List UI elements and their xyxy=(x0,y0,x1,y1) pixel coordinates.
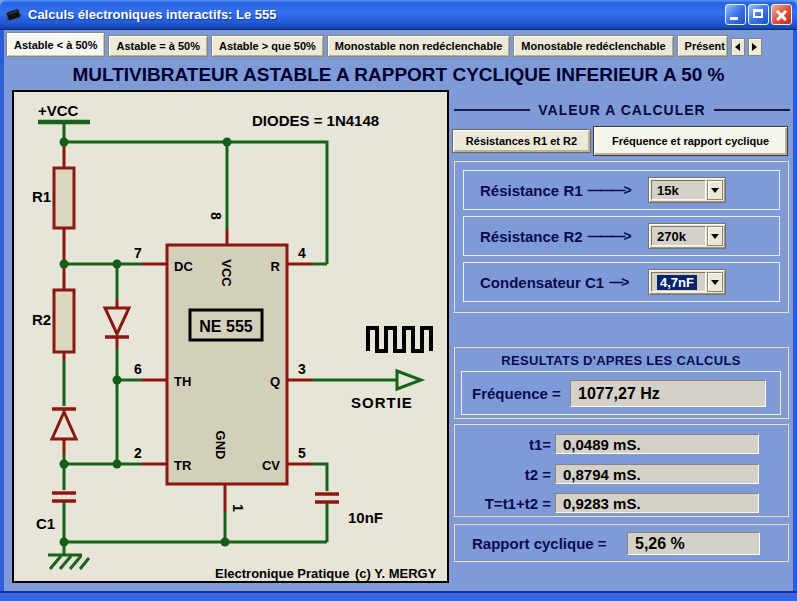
credit-publisher: Electronique Pratique xyxy=(215,566,349,581)
minimize-button[interactable] xyxy=(725,4,746,25)
tab-scroll-left-icon[interactable] xyxy=(731,38,745,56)
results-header: RESULTATS D'APRES LES CALCULS xyxy=(455,353,787,368)
diodes-note: DIODES = 1N4148 xyxy=(252,112,379,129)
window-frame-right xyxy=(793,30,797,591)
tab-astable-lt-50[interactable]: Astable < à 50% xyxy=(6,32,105,57)
pin-name-dc: DC xyxy=(174,259,193,274)
r2-combo-field[interactable]: 270k xyxy=(651,226,706,246)
tab-monostable-non-redeclenchable[interactable]: Monostable non redéclenchable xyxy=(327,35,510,57)
resistor-r1 xyxy=(54,168,74,228)
tab-bar: Astable < à 50% Astable = à 50% Astable … xyxy=(4,31,793,58)
pin-name-tr: TR xyxy=(174,458,192,473)
frequency-value-field: 1077,27 Hz xyxy=(570,380,766,407)
duty-cycle-value-field: 5,26 % xyxy=(627,532,760,555)
frequency-label: Fréquence = xyxy=(472,385,561,402)
pin-3: 3 xyxy=(298,361,306,377)
input-row-r2: Résistance R2 ———> 270k xyxy=(463,216,780,256)
t1-label: t1= xyxy=(455,436,551,453)
capacitor-c1 xyxy=(52,493,76,501)
t2-label: t2 = xyxy=(455,466,551,483)
t1-value-field: 0,0489 mS. xyxy=(555,434,759,454)
r1-combo-field[interactable]: 15k xyxy=(651,180,706,200)
pin-name-th: TH xyxy=(174,374,191,389)
r2-label: R2 xyxy=(32,311,51,328)
window-frame-bottom xyxy=(0,591,797,601)
window-frame-left xyxy=(0,30,4,591)
divider xyxy=(714,109,790,111)
c1-combo-dropdown-icon[interactable] xyxy=(707,272,723,292)
page-title: MULTIVIBRATEUR ASTABLE A RAPPORT CYCLIQU… xyxy=(0,58,797,89)
t-total-label: T=t1+t2 = xyxy=(455,495,551,512)
app-icon xyxy=(5,6,22,23)
duty-cycle-label: Rapport cyclique = xyxy=(472,535,607,552)
mode-button-frequence[interactable]: Fréquence et rapport cyclique xyxy=(593,126,788,156)
pin-7: 7 xyxy=(134,245,142,261)
results-group-times: t1= 0,0489 mS. t2 = 0,8794 mS. T=t1+t2 =… xyxy=(453,423,789,517)
pin-6: 6 xyxy=(134,361,142,377)
tab-astable-eq-50[interactable]: Astable = à 50% xyxy=(108,35,207,57)
r2-combo-value: 270k xyxy=(657,229,686,244)
input-row-r1: Résistance R1 ———> 15k xyxy=(463,170,780,210)
pin-name-r: R xyxy=(271,259,281,274)
vcc-label: +VCC xyxy=(38,102,79,119)
titlebar: Calculs électroniques interactifs: Le 55… xyxy=(0,0,797,30)
r1-input-label: Résistance R1 xyxy=(464,182,583,199)
r1-label: R1 xyxy=(32,188,51,205)
c1-combo-field[interactable]: 4,7nF xyxy=(651,272,706,292)
pin-8: 8 xyxy=(208,212,224,220)
output-arrow-icon xyxy=(397,371,421,389)
input-row-c1: Condensateur C1 —> 4,7nF xyxy=(463,262,780,302)
tab-monostable-redeclenchable[interactable]: Monostable redéclenchable xyxy=(513,35,673,57)
window-title: Calculs électroniques interactifs: Le 55… xyxy=(28,7,725,22)
pin-1: 1 xyxy=(230,504,246,512)
results-group-frequency: RESULTATS D'APRES LES CALCULS Fréquence … xyxy=(453,346,789,419)
pin-name-vcc: VCC xyxy=(219,259,234,287)
results-group-duty: Rapport cyclique = 5,26 % xyxy=(453,523,789,562)
square-wave-icon xyxy=(368,328,431,351)
input-group: Résistance R1 ———> 15k Résistance R2 ———… xyxy=(453,160,789,313)
r1-combo-dropdown-icon[interactable] xyxy=(707,180,723,200)
arrow-glyph: ———> xyxy=(588,228,630,244)
c1-combo-value: 4,7nF xyxy=(657,275,697,290)
capacitor-10nf xyxy=(315,494,339,502)
c1-value-combobox[interactable]: 4,7nF xyxy=(648,269,726,295)
c1-input-label: Condensateur C1 xyxy=(464,274,604,291)
c1-label: C1 xyxy=(36,515,55,532)
resistor-r2 xyxy=(54,290,74,352)
pin-5: 5 xyxy=(298,445,306,461)
tab-scroll-right-icon[interactable] xyxy=(748,38,762,56)
pin-name-q: Q xyxy=(270,374,280,389)
pin-2: 2 xyxy=(134,445,142,461)
output-label: SORTIE xyxy=(351,394,413,411)
pin-name-cv: CV xyxy=(262,458,280,473)
divider xyxy=(454,109,530,111)
r1-value-combobox[interactable]: 15k xyxy=(648,177,726,203)
mode-button-resistances[interactable]: Résistances R1 et R2 xyxy=(452,129,591,153)
calculator-section-header: VALEUR A CALCULER xyxy=(454,101,790,119)
c2-label: 10nF xyxy=(348,509,383,526)
close-button[interactable] xyxy=(771,4,792,25)
diode-d2 xyxy=(52,409,76,439)
t2-value-field: 0,8794 mS. xyxy=(555,464,759,484)
app-window: Calculs électroniques interactifs: Le 55… xyxy=(0,0,797,601)
r2-value-combobox[interactable]: 270k xyxy=(648,223,726,249)
r2-input-label: Résistance R2 xyxy=(464,228,583,245)
tab-presentation[interactable]: Présent xyxy=(677,35,728,57)
tab-astable-gt-50[interactable]: Astable > que 50% xyxy=(211,35,324,57)
circuit-schematic: NE 555 +VCC DIODES = 1N4148 R1 R2 C1 10n… xyxy=(12,90,449,583)
circuit-drawing: NE 555 +VCC DIODES = 1N4148 R1 R2 C1 10n… xyxy=(14,92,447,581)
arrow-glyph: ———> xyxy=(588,182,630,198)
r1-combo-value: 15k xyxy=(657,183,679,198)
pin-name-gnd: GND xyxy=(213,431,228,460)
frequency-box: Fréquence = 1077,27 Hz xyxy=(461,371,781,415)
arrow-glyph: —> xyxy=(609,274,627,290)
credit-author: (c) Y. MERGY xyxy=(355,566,437,581)
diode-d1 xyxy=(105,308,129,337)
t-total-value-field: 0,9283 mS. xyxy=(555,493,759,513)
chip-label: NE 555 xyxy=(199,318,252,335)
calculator-header-label: VALEUR A CALCULER xyxy=(538,102,705,118)
r2-combo-dropdown-icon[interactable] xyxy=(707,226,723,246)
maximize-button[interactable] xyxy=(748,4,769,25)
pin-4: 4 xyxy=(298,245,306,261)
